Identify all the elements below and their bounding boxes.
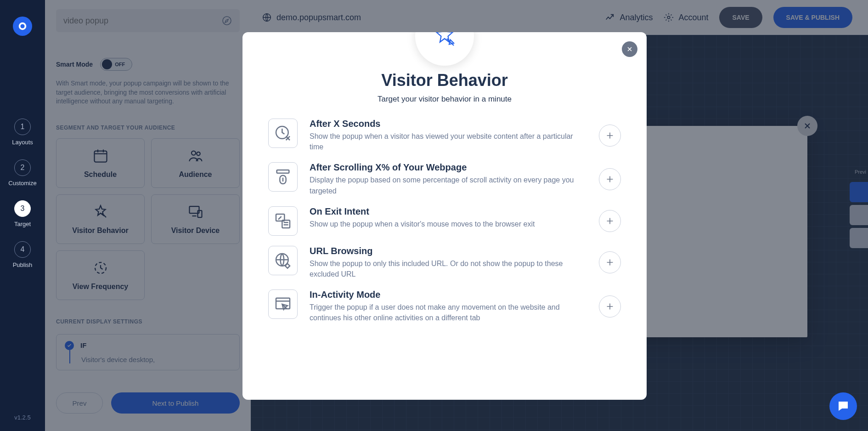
visitor-behavior-modal: Visitor Behavior Target your visitor beh… xyxy=(242,32,647,400)
option-title: URL Browsing xyxy=(310,246,587,256)
version-label: v1.2.5 xyxy=(14,414,30,421)
add-option-button[interactable] xyxy=(599,168,621,190)
option-desc: Show the popup when a visitor has viewed… xyxy=(310,131,587,152)
option-title: In-Activity Mode xyxy=(310,289,587,300)
svg-rect-13 xyxy=(277,170,289,173)
star-click-icon xyxy=(431,32,458,50)
scroll-icon xyxy=(268,162,298,192)
modal-crest xyxy=(415,32,474,66)
option-title: On Exit Intent xyxy=(310,206,587,217)
step-customize[interactable]: 2 Customize xyxy=(8,159,36,187)
plus-icon xyxy=(605,257,615,267)
step-layouts[interactable]: 1 Layouts xyxy=(12,119,33,146)
option-desc: Display the popup based on some percenta… xyxy=(310,175,587,196)
add-option-button[interactable] xyxy=(599,295,621,318)
window-cursor-icon xyxy=(268,289,298,319)
step-target[interactable]: 3 Target xyxy=(14,200,31,227)
modal-close-button[interactable] xyxy=(622,41,637,57)
step-label: Layouts xyxy=(12,139,33,146)
clock-x-icon xyxy=(268,119,298,148)
step-number: 4 xyxy=(14,241,31,258)
plus-icon xyxy=(605,301,615,312)
step-label: Publish xyxy=(13,261,33,268)
behavior-options: After X Seconds Show the popup when a vi… xyxy=(268,119,621,323)
option-url-browsing: URL Browsing Show the popup to only this… xyxy=(268,246,621,279)
step-number: 2 xyxy=(14,159,31,176)
step-label: Target xyxy=(14,221,31,227)
app-logo[interactable] xyxy=(13,17,32,36)
option-desc: Trigger the popup if a user does not mak… xyxy=(310,302,587,323)
step-number: 3 xyxy=(14,200,31,217)
option-exit-intent: On Exit Intent Show up the popup when a … xyxy=(268,206,621,236)
globe-link-icon xyxy=(268,246,298,275)
option-desc: Show up the popup when a visitor's mouse… xyxy=(310,219,587,229)
plus-icon xyxy=(605,130,615,141)
option-after-x-seconds: After X Seconds Show the popup when a vi… xyxy=(268,119,621,152)
exit-intent-icon xyxy=(268,206,298,236)
plus-icon xyxy=(605,216,615,226)
option-inactivity: In-Activity Mode Trigger the popup if a … xyxy=(268,289,621,323)
step-nav: 1 Layouts 2 Customize 3 Target 4 Publish xyxy=(8,119,36,431)
option-title: After X Seconds xyxy=(310,119,587,129)
add-option-button[interactable] xyxy=(599,210,621,232)
option-after-scroll: After Scrolling X% of Your Webpage Displ… xyxy=(268,162,621,196)
add-option-button[interactable] xyxy=(599,125,621,147)
plus-icon xyxy=(605,174,615,184)
add-option-button[interactable] xyxy=(599,251,621,273)
chat-icon xyxy=(836,399,850,413)
modal-title: Visitor Behavior xyxy=(268,71,621,90)
modal-subtitle: Target your visitor behavior in a minute xyxy=(268,95,621,104)
step-number: 1 xyxy=(14,119,31,135)
chat-launcher[interactable] xyxy=(829,392,857,420)
step-publish[interactable]: 4 Publish xyxy=(13,241,33,268)
svg-point-1 xyxy=(20,24,24,28)
option-title: After Scrolling X% of Your Webpage xyxy=(310,162,587,173)
left-rail: 1 Layouts 2 Customize 3 Target 4 Publish… xyxy=(0,0,45,431)
close-icon xyxy=(626,45,633,53)
step-label: Customize xyxy=(8,180,36,187)
option-desc: Show the popup to only this included URL… xyxy=(310,258,587,279)
